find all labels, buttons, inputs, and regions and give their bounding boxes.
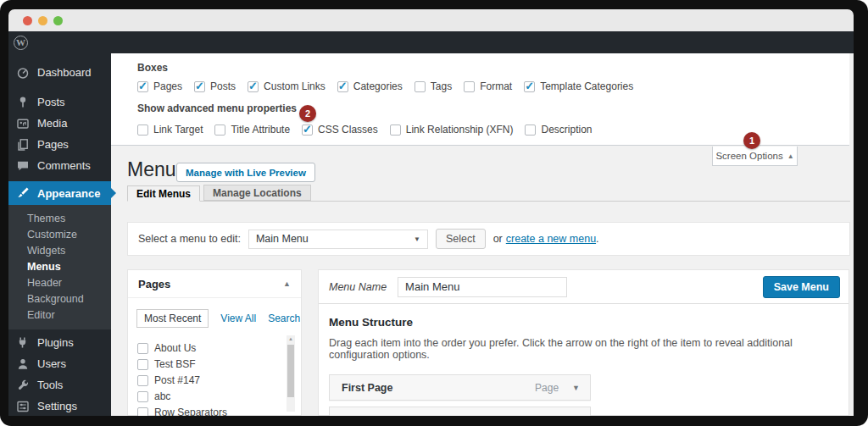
submenu-item-header[interactable]: Header	[8, 275, 111, 291]
post-147-checkbox[interactable]	[137, 375, 148, 386]
admin-sidebar: Dashboard Posts Media Pages Comment	[8, 53, 111, 416]
categories-checkbox[interactable]	[337, 81, 348, 92]
menu-structure-title: Menu Structure	[329, 316, 838, 329]
select-button[interactable]: Select	[436, 229, 486, 249]
menu-name-input[interactable]	[398, 277, 567, 297]
media-icon	[16, 117, 30, 130]
page-item-post-147[interactable]: Post #147	[137, 374, 279, 386]
page-item-about-us[interactable]: About Us	[137, 342, 279, 354]
pages-metabox-header[interactable]: Pages ▲	[128, 270, 301, 298]
plugin-icon	[16, 336, 30, 350]
window-titlebar	[8, 9, 854, 31]
link-target-checkbox[interactable]	[137, 124, 148, 136]
format-checkbox[interactable]	[464, 81, 475, 92]
submenu-item-customize[interactable]: Customize	[8, 227, 111, 243]
save-menu-button[interactable]: Save Menu	[763, 276, 840, 298]
scrollbar-thumb[interactable]	[287, 345, 294, 397]
checkbox-title-attribute[interactable]: Title Attribute	[214, 124, 290, 136]
abc-checkbox[interactable]	[137, 391, 148, 402]
menu-item-contact-us[interactable]: Contact Us Page ▼	[329, 407, 591, 416]
tab-view-all[interactable]: View All	[220, 313, 256, 324]
menu-item-first-page[interactable]: First Page Page ▼	[329, 374, 591, 401]
checkbox-tags[interactable]: Tags	[415, 80, 452, 92]
annotation-badge-1: 1	[743, 132, 760, 149]
css-classes-checkbox[interactable]	[302, 124, 313, 136]
menus-tab-bar: Edit Menus Manage Locations	[127, 185, 850, 202]
checkbox-link-relationship[interactable]: Link Relationship (XFN)	[390, 124, 514, 136]
sidebar-item-pages[interactable]: Pages	[8, 134, 111, 155]
sidebar-item-plugins[interactable]: Plugins	[8, 332, 111, 353]
manage-live-preview-button[interactable]: Manage with Live Preview	[176, 163, 315, 182]
page-item-test-bsf[interactable]: Test BSF	[137, 358, 279, 370]
checkbox-categories[interactable]: Categories	[337, 80, 403, 92]
sidebar-item-dashboard[interactable]: Dashboard	[8, 62, 111, 83]
template-categories-checkbox[interactable]	[524, 81, 535, 92]
pages-filter-tabs: Most Recent View All Search	[136, 309, 300, 328]
posts-checkbox[interactable]	[194, 81, 205, 92]
submenu-item-editor[interactable]: Editor	[8, 307, 111, 324]
chevron-down-icon: ▼	[414, 235, 420, 243]
sidebar-item-posts[interactable]: Posts	[8, 91, 111, 113]
checkbox-css-classes[interactable]: CSS Classes	[302, 124, 378, 136]
settings-icon	[16, 400, 30, 413]
expand-item-arrow-icon[interactable]: ▼	[572, 384, 580, 392]
zoom-window-button[interactable]	[53, 16, 63, 25]
custom-links-checkbox[interactable]	[248, 81, 259, 92]
wordpress-logo-icon[interactable]: W	[14, 36, 28, 50]
wrench-icon	[16, 379, 30, 392]
sentence-period: .	[596, 233, 598, 245]
checkbox-format[interactable]: Format	[464, 80, 512, 92]
checkbox-custom-links[interactable]: Custom Links	[248, 80, 326, 92]
checkbox-link-target[interactable]: Link Target	[137, 124, 203, 136]
collapse-arrow-icon[interactable]: ▲	[283, 279, 291, 288]
sidebar-item-media[interactable]: Media	[8, 113, 111, 134]
pages-checklist: About Us Test BSF Post #147 abc Row Sepa…	[137, 342, 279, 416]
submenu-item-background[interactable]: Background	[8, 291, 111, 307]
description-checkbox[interactable]	[525, 124, 536, 136]
pages-checkbox[interactable]	[137, 81, 148, 92]
minimize-window-button[interactable]	[38, 16, 47, 25]
checkbox-posts[interactable]: Posts	[194, 80, 236, 92]
dashboard-icon	[16, 66, 30, 80]
checkbox-template-categories[interactable]: Template Categories	[524, 80, 633, 92]
pages-list-scrollbar[interactable]: ▲	[287, 335, 295, 412]
tab-search[interactable]: Search	[268, 313, 300, 324]
checkbox-description[interactable]: Description	[525, 124, 592, 136]
chevron-up-icon: ▲	[787, 152, 794, 160]
menu-name-row: Menu Name Save Menu	[319, 270, 849, 304]
sidebar-item-comments[interactable]: Comments	[8, 155, 111, 176]
submenu-item-themes[interactable]: Themes	[8, 211, 111, 227]
tab-manage-locations[interactable]: Manage Locations	[203, 185, 311, 201]
pages-metabox: Pages ▲ Most Recent View All Search Abou…	[127, 269, 302, 416]
sidebar-item-appearance[interactable]: Appearance	[8, 181, 111, 205]
menu-select-dropdown[interactable]: Main Menu ▼	[248, 230, 428, 249]
screen-options-tab[interactable]: Screen Options ▲	[712, 147, 798, 166]
title-attribute-checkbox[interactable]	[214, 124, 225, 136]
test-bsf-checkbox[interactable]	[137, 359, 148, 370]
tags-checkbox[interactable]	[415, 81, 426, 92]
comment-icon	[16, 159, 30, 173]
sidebar-item-users[interactable]: Users	[8, 353, 111, 374]
page-item-row-separators[interactable]: Row Separators	[137, 407, 279, 416]
tab-most-recent[interactable]: Most Recent	[136, 309, 209, 328]
screen-options-panel: Boxes Pages Posts Custom Links Categorie…	[111, 53, 849, 146]
sidebar-item-tools[interactable]: Tools	[8, 374, 111, 396]
page-item-abc[interactable]: abc	[137, 390, 279, 402]
expand-item-arrow-icon[interactable]: ▼	[572, 416, 580, 417]
wp-admin-bar: W	[8, 31, 854, 53]
boxes-heading: Boxes	[137, 62, 168, 74]
browser-window: W Dashboard Posts Media	[8, 9, 854, 416]
scroll-up-arrow-icon[interactable]: ▲	[287, 336, 295, 341]
tab-edit-menus[interactable]: Edit Menus	[127, 185, 200, 202]
create-new-menu-link[interactable]: create a new menu	[506, 233, 596, 245]
menu-editor-panel: Menu Name Save Menu Menu Structure Drag …	[318, 269, 849, 416]
submenu-item-widgets[interactable]: Widgets	[8, 243, 111, 259]
checkbox-pages[interactable]: Pages	[137, 80, 182, 92]
submenu-item-menus[interactable]: Menus	[8, 259, 111, 275]
row-separators-checkbox[interactable]	[137, 407, 148, 417]
about-us-checkbox[interactable]	[137, 343, 148, 354]
sidebar-item-settings[interactable]: Settings	[8, 396, 111, 417]
close-window-button[interactable]	[23, 16, 32, 25]
or-text: or	[493, 233, 503, 245]
link-relationship-checkbox[interactable]	[390, 124, 401, 136]
